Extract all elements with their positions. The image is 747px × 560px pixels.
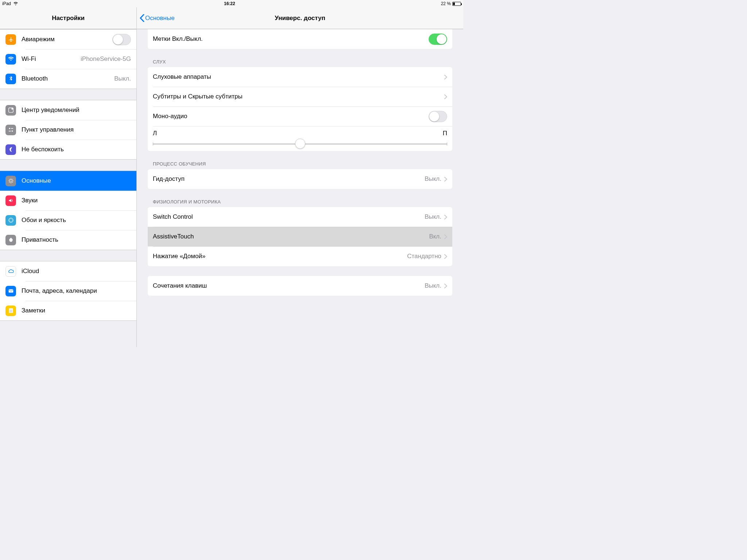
sidebar-item-wallpaper[interactable]: Обои и яркость: [0, 210, 136, 230]
svg-rect-25: [9, 308, 13, 313]
toggle[interactable]: [429, 111, 447, 122]
back-button[interactable]: Основные: [137, 14, 175, 22]
row-label: Слуховые аппараты: [153, 73, 444, 81]
sidebar-item-privacy[interactable]: Приватность: [0, 230, 136, 250]
row-гид-доступ[interactable]: Гид-доступВыкл.: [148, 169, 452, 189]
row-label: AssistiveTouch: [153, 233, 429, 240]
row-labels-toggle[interactable]: Метки Вкл./Выкл.: [148, 29, 452, 49]
sidebar-item-bluetooth[interactable]: BluetoothВыкл.: [0, 69, 136, 89]
sidebar-item-label: Основные: [22, 177, 131, 184]
sidebar-item-label: Центр уведомлений: [22, 106, 131, 114]
row-сочетания-клавиш[interactable]: Сочетания клавишВыкл.: [148, 276, 452, 296]
row-value: Вкл.: [429, 233, 441, 240]
sidebar-item-notes[interactable]: Заметки: [0, 301, 136, 320]
svg-line-13: [9, 182, 9, 183]
sidebar-item-control[interactable]: Пункт управления: [0, 120, 136, 140]
sidebar-item-label: Заметки: [22, 307, 131, 314]
privacy-icon: [5, 235, 16, 245]
row-assistivetouch[interactable]: AssistiveTouchВкл.: [148, 227, 452, 246]
row-нажатие-домой-[interactable]: Нажатие «Домой»Стандартно: [148, 246, 452, 266]
sidebar-item-airplane[interactable]: Авиарежим: [0, 30, 136, 49]
wallpaper-icon: [5, 215, 16, 226]
row-label: Гид-доступ: [153, 175, 425, 183]
row-label: Метки Вкл./Выкл.: [153, 35, 429, 43]
balance-slider[interactable]: [153, 144, 447, 144]
chevron-right-icon: [444, 215, 447, 219]
svg-point-17: [12, 220, 13, 221]
row-label: Switch Control: [153, 213, 425, 221]
row-value: Стандартно: [407, 253, 441, 260]
row-label: Нажатие «Домой»: [153, 253, 407, 260]
chevron-right-icon: [444, 254, 447, 259]
detail-navbar: Основные Универс. доступ: [137, 7, 463, 29]
chevron-right-icon: [444, 234, 447, 239]
balance-slider-row[interactable]: ЛП: [148, 126, 452, 151]
chevron-right-icon: [444, 94, 447, 99]
back-label: Основные: [145, 15, 175, 22]
chevron-right-icon: [444, 284, 447, 288]
sidebar-navbar: Настройки: [0, 7, 136, 29]
sidebar-item-general[interactable]: Основные: [0, 171, 136, 191]
section-header: ПРОЦЕСС ОБУЧЕНИЯ: [148, 151, 452, 169]
row-моно-аудио[interactable]: Моно-аудио: [148, 106, 452, 126]
sounds-icon: [5, 195, 16, 206]
row-value: Выкл.: [425, 175, 441, 183]
row-value: Выкл.: [425, 282, 441, 289]
mail-icon: [5, 286, 16, 296]
row-label: Субтитры и Скрытые субтитры: [153, 93, 444, 100]
svg-point-20: [12, 219, 12, 219]
toggle-airplane[interactable]: [112, 34, 131, 45]
battery-percent: 22 %: [441, 1, 451, 6]
bluetooth-icon: [5, 74, 16, 84]
svg-line-11: [9, 179, 9, 179]
sidebar-item-label: Авиарежим: [22, 36, 112, 43]
sidebar-item-sounds[interactable]: Звуки: [0, 191, 136, 210]
sidebar-item-mail[interactable]: Почта, адреса, календари: [0, 281, 136, 301]
icloud-icon: [5, 266, 16, 277]
sidebar-item-label: Звуки: [22, 197, 131, 204]
section-header: [148, 266, 452, 276]
status-bar: iPad 16:22 22 %: [0, 0, 463, 7]
detail-title: Универс. доступ: [137, 15, 463, 22]
section-header: СЛУХ: [148, 49, 452, 67]
toggle-labels[interactable]: [429, 34, 447, 45]
detail-pane: Основные Универс. доступ Метки Вкл./Выкл…: [137, 7, 463, 347]
sidebar-item-dnd[interactable]: Не беспокоить: [0, 140, 136, 159]
svg-point-6: [9, 179, 12, 182]
svg-point-19: [9, 220, 9, 221]
sidebar-item-wifi[interactable]: Wi-FiiPhoneService-5G: [0, 49, 136, 69]
sidebar-item-label: Wi-Fi: [22, 55, 78, 63]
wifi-icon: [13, 2, 18, 5]
chevron-right-icon: [444, 75, 447, 79]
clock: 16:22: [18, 1, 441, 6]
control-icon: [5, 125, 16, 135]
wifi-icon: [5, 54, 16, 65]
row-switch-control[interactable]: Switch ControlВыкл.: [148, 207, 452, 227]
row-label: Сочетания клавиш: [153, 282, 425, 289]
row-субтитры-и-скрытые-субтитры[interactable]: Субтитры и Скрытые субтитры: [148, 87, 452, 106]
svg-line-12: [12, 182, 12, 183]
device-label: iPad: [2, 1, 11, 6]
settings-sidebar: Настройки АвиарежимWi-FiiPhoneService-5G…: [0, 7, 137, 347]
sidebar-item-label: Bluetooth: [22, 75, 111, 82]
notif-icon: [5, 105, 16, 116]
svg-point-4: [11, 131, 13, 132]
svg-rect-5: [8, 131, 11, 132]
battery-icon: [452, 2, 461, 6]
sidebar-item-value: Выкл.: [114, 75, 131, 82]
dnd-icon: [5, 144, 16, 155]
row-слуховые-аппараты[interactable]: Слуховые аппараты: [148, 67, 452, 87]
svg-line-14: [12, 179, 12, 179]
sidebar-item-value: iPhoneService-5G: [81, 55, 131, 63]
row-label: Моно-аудио: [153, 113, 429, 120]
sidebar-item-icloud[interactable]: iCloud: [0, 261, 136, 281]
general-icon: [5, 176, 16, 186]
sidebar-item-label: Почта, адреса, календари: [22, 287, 131, 295]
svg-point-16: [11, 218, 11, 219]
sidebar-item-label: Приватность: [22, 236, 131, 244]
svg-point-22: [12, 221, 12, 222]
svg-point-18: [11, 222, 11, 222]
sidebar-item-label: Не беспокоить: [22, 146, 131, 153]
sidebar-item-notif[interactable]: Центр уведомлений: [0, 100, 136, 120]
airplane-icon: [5, 34, 16, 45]
